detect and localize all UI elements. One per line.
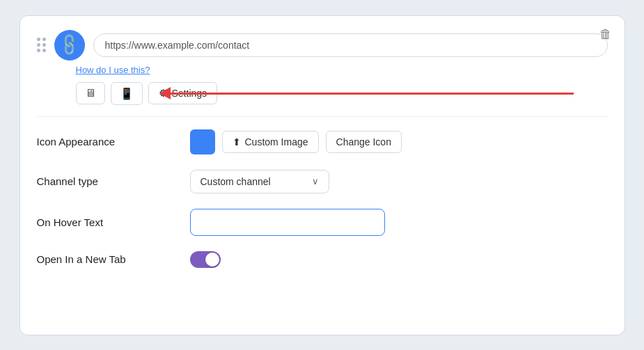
link-icon: 🔗 [56, 32, 82, 58]
open-new-tab-label: Open In a New Tab [37, 253, 190, 265]
tab-desktop[interactable]: 🖥 [76, 82, 105, 104]
channel-type-control: Custom channel ∨ [190, 170, 329, 193]
icon-appearance-row: Icon Appearance ⬆ Custom Image Change Ic… [37, 129, 608, 154]
tab-row: 🖥 📱 ⚙ Settings [76, 82, 608, 105]
channel-icon-circle: 🔗 [54, 30, 85, 61]
desktop-icon: 🖥 [85, 87, 96, 100]
delete-button[interactable]: 🗑 [599, 27, 612, 42]
open-new-tab-toggle[interactable] [190, 251, 221, 268]
top-row: 🔗 https://www.example.com/contact [37, 30, 608, 61]
arrow-head [159, 87, 171, 100]
chevron-down-icon: ∨ [312, 176, 319, 186]
drag-handle[interactable] [37, 38, 46, 52]
url-input[interactable]: https://www.example.com/contact [93, 33, 608, 57]
color-swatch-button[interactable] [190, 129, 215, 154]
tab-mobile[interactable]: 📱 [111, 82, 143, 105]
divider [37, 116, 608, 117]
on-hover-text-input[interactable]: Custom Link [190, 209, 385, 236]
upload-icon: ⬆ [233, 136, 241, 148]
custom-image-label: Custom Image [245, 136, 308, 148]
open-new-tab-row: Open In a New Tab [37, 251, 608, 268]
channel-type-row: Channel type Custom channel ∨ [37, 170, 608, 193]
trash-icon: 🗑 [599, 27, 612, 41]
settings-card: 🗑 🔗 https://www.example.com/contact How … [19, 15, 625, 335]
arrow-indicator [159, 87, 574, 100]
arrow-line [170, 93, 574, 95]
change-icon-label: Change Icon [336, 136, 391, 148]
red-arrow [159, 87, 574, 100]
help-link[interactable]: How do I use this? [76, 65, 608, 75]
custom-image-button[interactable]: ⬆ Custom Image [222, 131, 319, 153]
change-icon-button[interactable]: Change Icon [326, 131, 402, 153]
icon-appearance-control: ⬆ Custom Image Change Icon [190, 129, 402, 154]
on-hover-text-row: On Hover Text Custom Link [37, 209, 608, 236]
open-new-tab-control [190, 251, 221, 268]
settings-section: Icon Appearance ⬆ Custom Image Change Ic… [37, 129, 608, 268]
icon-appearance-label: Icon Appearance [37, 136, 190, 148]
toggle-thumb [205, 253, 219, 267]
mobile-icon: 📱 [120, 87, 134, 100]
channel-type-selected: Custom channel [201, 176, 271, 187]
on-hover-text-control: Custom Link [190, 209, 385, 236]
channel-type-label: Channel type [37, 175, 190, 187]
on-hover-text-label: On Hover Text [37, 216, 190, 228]
channel-type-select[interactable]: Custom channel ∨ [190, 170, 329, 193]
